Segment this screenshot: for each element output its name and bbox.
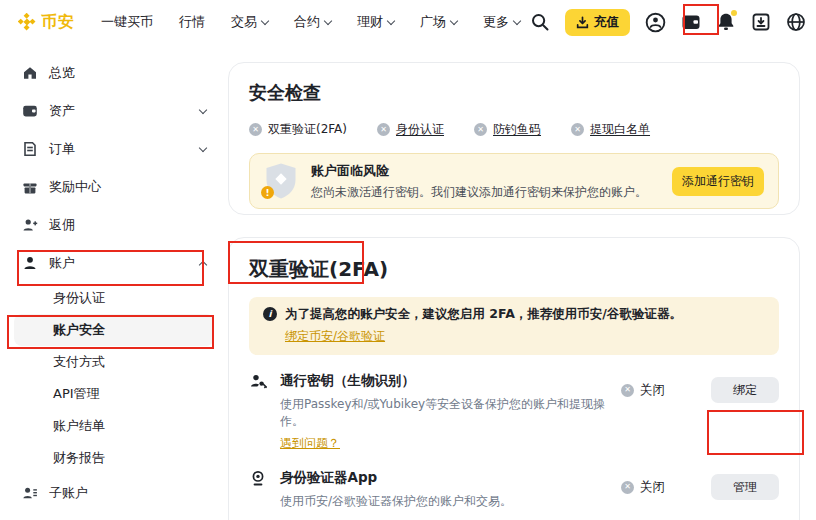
rewards-gift-icon [22,179,38,195]
sidebar-subitem-label: 账户安全 [53,321,105,339]
status-off-icon: ✕ [474,123,487,136]
security-check-label: 防钓鱼码 [493,121,541,138]
notifications-bell-icon[interactable] [716,12,736,32]
menu-label: 合约 [294,13,320,31]
binance-diamond-icon [18,13,36,31]
manage-authenticator-button[interactable]: 管理 [711,474,779,500]
sidebar-item-label: 奖励中心 [49,178,206,196]
sidebar-subitem-account-security[interactable]: 账户安全 [14,314,214,346]
menu-item-earn[interactable]: 理财 [357,13,394,31]
menu-item-trade[interactable]: 交易 [231,13,268,31]
status-off-icon: ✕ [621,384,634,397]
sidebar-subitem-payment-methods[interactable]: 支付方式 [14,346,214,378]
menu-item-square[interactable]: 广场 [420,13,457,31]
shield-icon: ! [264,162,298,200]
orders-icon [22,141,38,157]
deposit-button[interactable]: 充值 [565,9,630,36]
status-off-icon: ✕ [571,123,584,136]
passkey-icon [249,373,267,391]
chevron-up-icon [199,260,207,268]
chevron-down-icon [199,105,207,113]
download-app-icon[interactable] [751,12,771,32]
chevron-down-icon [199,143,207,151]
security-check-label: 双重验证(2FA) [268,121,347,138]
security-check-item-identity[interactable]: ✕ 身份认证 [377,121,444,138]
status-off: ✕ 关闭 [621,382,693,399]
twofa-card: 双重验证(2FA) i 为了提高您的账户安全，建议您启用 2FA，推荐使用币安/… [228,237,800,520]
row-right: ✕ 关闭 绑定 [621,377,779,403]
add-passkey-button[interactable]: 添加通行密钥 [672,167,764,196]
menu-item-more[interactable]: 更多 [483,13,520,31]
navbar-actions: 充值 [530,9,806,36]
risk-warning-text: 账户面临风险 您尚未激活通行密钥。我们建议添加通行密钥来保护您的账户。 [311,162,659,201]
main-content: 安全检查 ✕ 双重验证(2FA) ✕ 身份认证 ✕ 防钓鱼码 ✕ 提现白名单 [228,44,800,520]
menu-item-futures[interactable]: 合约 [294,13,331,31]
menu-item-buy-crypto[interactable]: 一键买币 [101,13,153,31]
risk-warning-description: 您尚未激活通行密钥。我们建议添加通行密钥来保护您的账户。 [311,184,659,201]
sidebar-item-label: 订单 [49,140,189,158]
security-check-label: 提现白名单 [590,121,650,138]
bind-passkey-button[interactable]: 绑定 [711,377,779,403]
twofa-info-text: 为了提高您的账户安全，建议您启用 2FA，推荐使用币安/谷歌验证器。 [285,306,682,323]
notification-dot [731,10,737,16]
twofa-title: 双重验证(2FA) [249,256,779,283]
top-navbar: 币安 一键买币 行情 交易 合约 理财 广场 更多 充 [0,0,816,44]
sidebar-subitem-identity-verification[interactable]: 身份认证 [14,282,214,314]
row-title: 通行密钥（生物识别） [280,372,621,390]
security-check-label: 身份认证 [396,121,444,138]
security-check-item-2fa[interactable]: ✕ 双重验证(2FA) [249,121,347,138]
sidebar-item-rewards-hub[interactable]: 奖励中心 [0,168,228,206]
user-profile-icon[interactable] [645,12,666,33]
security-check-items: ✕ 双重验证(2FA) ✕ 身份认证 ✕ 防钓鱼码 ✕ 提现白名单 [249,121,779,138]
row-text: 通行密钥（生物识别） 使用Passkey和/或Yubikey等安全设备保护您的账… [280,372,621,452]
security-check-item-antiphishing[interactable]: ✕ 防钓鱼码 [474,121,541,138]
brand-name: 币安 [41,12,75,33]
menu-label: 交易 [231,13,257,31]
sidebar-item-label: 资产 [49,102,189,120]
sidebar-item-orders[interactable]: 订单 [0,130,228,168]
search-icon[interactable] [530,12,550,32]
risk-warning-title: 账户面临风险 [311,162,659,180]
bind-authenticator-link[interactable]: 绑定币安/谷歌验证 [285,328,385,345]
sidebar: 总览 资产 订单 奖励中心 返佣 [0,44,228,512]
row-title: 身份验证器App [280,469,621,487]
sidebar-item-label: 返佣 [49,216,206,234]
sidebar-item-label: 总览 [49,64,206,82]
security-check-card: 安全检查 ✕ 双重验证(2FA) ✕ 身份认证 ✕ 防钓鱼码 ✕ 提现白名单 [228,62,800,215]
home-icon [22,65,38,81]
menu-item-markets[interactable]: 行情 [179,13,205,31]
chevron-down-icon [513,16,521,24]
language-globe-icon[interactable] [786,12,806,32]
status-label: 关闭 [640,382,665,399]
subaccount-icon [22,485,38,501]
security-check-title: 安全检查 [249,81,779,105]
sidebar-item-account[interactable]: 账户 [0,244,228,282]
security-row-authenticator-app: 身份验证器App 使用币安/谷歌验证器保护您的账户和交易。 ✕ 关闭 管理 [249,469,779,510]
wallet-icon[interactable] [681,12,701,32]
main-menu: 一键买币 行情 交易 合约 理财 广场 更多 [101,13,520,31]
menu-label: 广场 [420,13,446,31]
warning-exclamation-icon: ! [261,186,274,199]
menu-label: 理财 [357,13,383,31]
chevron-down-icon [387,16,395,24]
menu-label: 行情 [179,13,205,31]
status-label: 关闭 [640,479,665,496]
binance-logo[interactable]: 币安 [18,12,75,33]
sidebar-subitem-label: API管理 [53,385,100,403]
sidebar-item-referral[interactable]: 返佣 [0,206,228,244]
sidebar-subitem-financial-reports[interactable]: 财务报告 [14,442,214,474]
status-off-icon: ✕ [377,123,390,136]
sidebar-item-assets[interactable]: 资产 [0,92,228,130]
having-trouble-link[interactable]: 遇到问题？ [280,435,340,452]
sidebar-subitem-api-management[interactable]: API管理 [14,378,214,410]
row-text: 身份验证器App 使用币安/谷歌验证器保护您的账户和交易。 [280,469,621,510]
sidebar-item-overview[interactable]: 总览 [0,54,228,92]
menu-label: 更多 [483,13,509,31]
status-off-icon: ✕ [249,123,262,136]
sidebar-subitem-account-statement[interactable]: 账户结单 [14,410,214,442]
authenticator-app-icon [249,470,267,488]
chevron-down-icon [261,16,269,24]
assets-wallet-icon [22,103,38,119]
security-check-item-withdrawal-whitelist[interactable]: ✕ 提现白名单 [571,121,650,138]
sidebar-item-subaccounts[interactable]: 子账户 [0,474,228,512]
